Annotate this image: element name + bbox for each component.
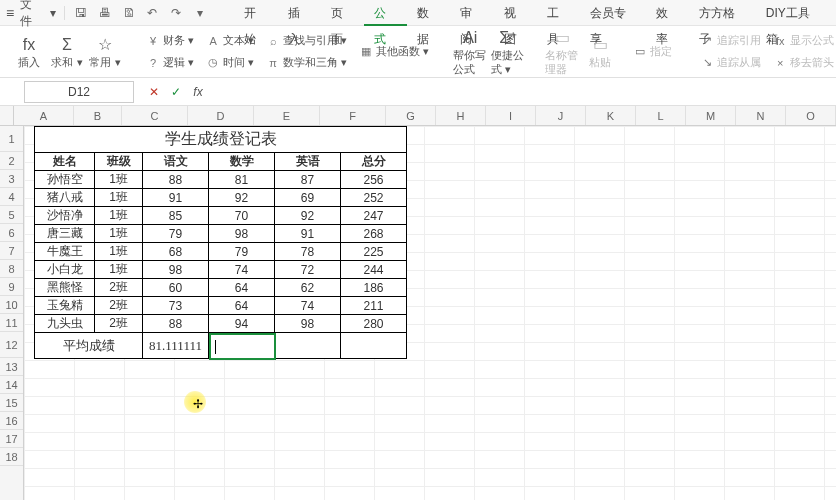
ribbon-查找与引用-button[interactable]: ⌕查找与引用 ▾	[262, 31, 351, 51]
table-cell[interactable]: 98	[275, 315, 341, 333]
col-header-M[interactable]: M	[686, 106, 736, 125]
table-cell[interactable]: 81	[209, 171, 275, 189]
table-cell[interactable]: 1班	[95, 171, 143, 189]
row-header-6[interactable]: 6	[0, 224, 23, 242]
table-cell[interactable]: 1班	[95, 261, 143, 279]
table-cell[interactable]: 1班	[95, 207, 143, 225]
row-header-15[interactable]: 15	[0, 394, 23, 412]
col-header-H[interactable]: H	[436, 106, 486, 125]
table-cell[interactable]: 92	[209, 189, 275, 207]
col-header-C[interactable]: C	[122, 106, 188, 125]
row-header-8[interactable]: 8	[0, 260, 23, 278]
grid[interactable]: 学生成绩登记表 姓名班级语文数学英语总分 孙悟空1班888187256猪八戒1班…	[24, 126, 836, 500]
menu-icon[interactable]: ≡	[6, 5, 14, 21]
row-header-5[interactable]: 5	[0, 206, 23, 224]
file-menu-arrow[interactable]: ▾	[50, 6, 56, 20]
row-header-10[interactable]: 10	[0, 296, 23, 314]
formula-input[interactable]	[212, 81, 836, 103]
table-cell[interactable]: 211	[341, 297, 407, 315]
table-cell[interactable]: 74	[275, 297, 341, 315]
tab-方方格子[interactable]: 方方格子	[689, 0, 755, 26]
spreadsheet[interactable]: ABCDEFGHIJKLMNO 123456789101112131415161…	[0, 106, 836, 500]
row-header-11[interactable]: 11	[0, 314, 23, 332]
table-cell[interactable]: 64	[209, 279, 275, 297]
table-cell[interactable]: 小白龙	[35, 261, 95, 279]
table-cell[interactable]: 孙悟空	[35, 171, 95, 189]
tab-插入[interactable]: 插入	[278, 0, 321, 26]
name-box[interactable]: D12	[24, 81, 134, 103]
table-cell[interactable]: 88	[143, 315, 209, 333]
row-header-13[interactable]: 13	[0, 358, 23, 376]
tab-页面[interactable]: 页面	[321, 0, 364, 26]
table-cell[interactable]: 唐三藏	[35, 225, 95, 243]
col-header-B[interactable]: B	[74, 106, 122, 125]
table-cell[interactable]: 79	[209, 243, 275, 261]
col-header-F[interactable]: F	[320, 106, 386, 125]
table-cell[interactable]: 1班	[95, 243, 143, 261]
ribbon-插入-button[interactable]: fx插入	[12, 29, 46, 75]
tab-开始[interactable]: 开始	[234, 0, 277, 26]
row-header-16[interactable]: 16	[0, 412, 23, 430]
table-cell[interactable]: 70	[209, 207, 275, 225]
table-cell[interactable]: 256	[341, 171, 407, 189]
table-cell[interactable]: 91	[143, 189, 209, 207]
table-cell[interactable]: 92	[275, 207, 341, 225]
table-cell[interactable]: 1班	[95, 225, 143, 243]
table-cell[interactable]: 2班	[95, 315, 143, 333]
row-header-2[interactable]: 2	[0, 152, 23, 170]
ribbon-财务-button[interactable]: ¥财务 ▾	[142, 31, 198, 51]
table-cell[interactable]: 2班	[95, 279, 143, 297]
col-header-A[interactable]: A	[14, 106, 74, 125]
col-header-J[interactable]: J	[536, 106, 586, 125]
table-cell[interactable]: 68	[143, 243, 209, 261]
col-header-O[interactable]: O	[786, 106, 836, 125]
ribbon-其他函数-button[interactable]: ▦其他函数 ▾	[355, 42, 433, 62]
row-header-18[interactable]: 18	[0, 448, 23, 466]
table-cell[interactable]: 91	[275, 225, 341, 243]
tab-会员专享[interactable]: 会员专享	[580, 0, 646, 26]
ribbon-帮你写公式-button[interactable]: Ai帮你写公式	[453, 29, 487, 75]
table-cell[interactable]: 玉兔精	[35, 297, 95, 315]
ribbon-时间-button[interactable]: ◷时间 ▾	[202, 53, 258, 73]
tab-DIY工具箱[interactable]: DIY工具箱	[756, 0, 830, 26]
table-cell[interactable]: 60	[143, 279, 209, 297]
tab-工具[interactable]: 工具	[537, 0, 580, 26]
tab-公式[interactable]: 公式	[364, 0, 407, 26]
tab-审阅[interactable]: 审阅	[450, 0, 493, 26]
table-cell[interactable]: 沙悟净	[35, 207, 95, 225]
qat-redo-icon[interactable]: ↷	[167, 6, 185, 20]
accept-icon[interactable]: ✓	[168, 85, 184, 99]
row-header-12[interactable]: 12	[0, 332, 23, 358]
table-cell[interactable]: 244	[341, 261, 407, 279]
table-cell[interactable]: 85	[143, 207, 209, 225]
table-cell[interactable]: 252	[341, 189, 407, 207]
table-cell[interactable]: 九头虫	[35, 315, 95, 333]
table-cell[interactable]: 2班	[95, 297, 143, 315]
col-header-D[interactable]: D	[188, 106, 254, 125]
row-header-17[interactable]: 17	[0, 430, 23, 448]
qat-more-icon[interactable]: ▾	[191, 6, 209, 20]
avg-d[interactable]	[209, 333, 275, 359]
qat-preview-icon[interactable]: 🖻	[120, 6, 138, 20]
table-cell[interactable]: 猪八戒	[35, 189, 95, 207]
ribbon-常用-button[interactable]: ☆常用 ▾	[88, 29, 122, 75]
ribbon-逻辑-button[interactable]: ?逻辑 ▾	[142, 53, 198, 73]
table-cell[interactable]: 186	[341, 279, 407, 297]
cancel-icon[interactable]: ✕	[146, 85, 162, 99]
ribbon-数学和三角-button[interactable]: π数学和三角 ▾	[262, 53, 351, 73]
table-cell[interactable]: 69	[275, 189, 341, 207]
table-cell[interactable]: 黑熊怪	[35, 279, 95, 297]
col-header-G[interactable]: G	[386, 106, 436, 125]
row-header-4[interactable]: 4	[0, 188, 23, 206]
col-header-E[interactable]: E	[254, 106, 320, 125]
table-cell[interactable]: 72	[275, 261, 341, 279]
table-cell[interactable]: 73	[143, 297, 209, 315]
table-cell[interactable]: 79	[143, 225, 209, 243]
col-header-K[interactable]: K	[586, 106, 636, 125]
row-header-9[interactable]: 9	[0, 278, 23, 296]
ribbon-文本-button[interactable]: A文本 ▾	[202, 31, 258, 51]
row-header-3[interactable]: 3	[0, 170, 23, 188]
row-header-14[interactable]: 14	[0, 376, 23, 394]
qat-print-icon[interactable]: 🖶	[96, 6, 114, 20]
table-cell[interactable]: 74	[209, 261, 275, 279]
